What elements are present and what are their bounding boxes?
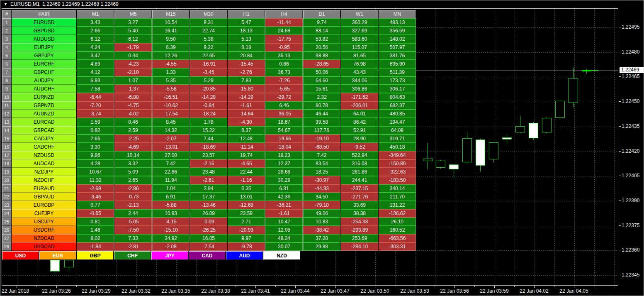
value-cell: 0.81 xyxy=(77,218,114,226)
value-cell: 319.71 xyxy=(379,135,416,143)
value-cell: 281.86 xyxy=(341,168,378,176)
pair-cell[interactable]: EURAUD xyxy=(12,184,76,193)
row-number-cell: 14 xyxy=(2,126,11,135)
table-row: 27NZDCAD8.027.3324.9216.059.9748.2437.28… xyxy=(2,234,416,242)
value-cell: 9.74 xyxy=(303,18,340,27)
currency-button-jpy[interactable]: JPY xyxy=(151,251,188,260)
price-label: 1.22345 xyxy=(622,272,639,277)
price-label: 1.22405 xyxy=(622,173,639,178)
pair-cell[interactable]: AUDNZD xyxy=(12,110,76,118)
time-label: 22 Jan 03:53 xyxy=(400,288,429,294)
row-number-cell: 18 xyxy=(2,159,11,168)
row-number-cell: 9 xyxy=(2,85,11,93)
pair-cell[interactable]: AUDCHF xyxy=(12,85,76,93)
pair-cell[interactable]: GBPNZD xyxy=(12,101,76,110)
gridline-horizontal xyxy=(2,275,618,276)
value-cell: 20.84 xyxy=(228,51,265,60)
pair-cell[interactable]: USDCHF xyxy=(12,226,76,234)
value-cell: -14.29 xyxy=(190,93,227,101)
currency-button-cad[interactable]: CAD xyxy=(189,251,226,260)
pair-cell[interactable]: USDCAD xyxy=(12,242,76,251)
pair-cell[interactable]: EURGBP xyxy=(12,201,76,209)
value-cell: -1.61 xyxy=(228,101,265,110)
pair-cell[interactable]: NZDCAD xyxy=(12,234,76,242)
pair-cell[interactable]: EURJPY xyxy=(12,43,76,51)
currency-button-nzd[interactable]: NZD xyxy=(263,251,300,260)
value-cell: 28.90 xyxy=(341,135,378,143)
value-cell: -2.69 xyxy=(77,184,114,193)
time-tick xyxy=(116,286,117,287)
table-row: 10EURNZD-6.44-6.88-16.51-14.29-14.29-29.… xyxy=(2,93,416,101)
value-cell: 6.31 xyxy=(265,184,303,193)
pair-cell[interactable]: CHFJPY xyxy=(12,209,76,218)
value-cell: 7.44 xyxy=(190,135,227,143)
value-cell: 64.09 xyxy=(379,126,416,135)
pair-cell[interactable]: GBPCAD xyxy=(12,126,76,135)
value-cell: -13.01 xyxy=(152,143,190,151)
value-cell: 38.38 xyxy=(341,209,378,218)
value-cell: 10.67 xyxy=(77,168,114,176)
pair-cell[interactable]: CADCHF xyxy=(12,143,76,151)
pair-cell[interactable]: GBPAUD xyxy=(12,193,76,201)
pair-cell[interactable]: AUDJPY xyxy=(12,76,76,85)
time-tick xyxy=(156,286,156,287)
currency-button-eur[interactable]: EUR xyxy=(39,251,76,260)
value-cell: 29.88 xyxy=(303,242,340,251)
table-row: 25USDJPY0.81-5.05-4.15-0.092.7110.4710.8… xyxy=(2,218,416,226)
time-label: 22 Jan 03:26 xyxy=(42,288,70,294)
gridline-vertical xyxy=(435,9,435,285)
pair-cell[interactable]: NZDUSD xyxy=(12,151,76,159)
value-cell: 9.97 xyxy=(228,234,265,242)
value-cell: 4.28 xyxy=(77,159,114,168)
pair-cell[interactable]: GBPCHF xyxy=(12,68,76,76)
value-cell: 33.69 xyxy=(341,201,378,209)
value-cell: 9.22 xyxy=(190,43,227,51)
value-cell: -5.65 xyxy=(265,85,303,93)
value-cell: -11.44 xyxy=(265,18,303,27)
pair-cell[interactable]: EURCHF xyxy=(12,60,76,68)
currency-button-usd[interactable]: USD xyxy=(2,251,39,260)
currency-button-gbp[interactable]: GBP xyxy=(77,251,114,260)
value-cell: 7.42 xyxy=(303,151,340,159)
pair-cell[interactable]: AUDUSD xyxy=(12,35,76,43)
currency-button-aud[interactable]: AUD xyxy=(226,251,263,260)
header-cell-pair: PAIR xyxy=(12,10,76,18)
value-cell: 24.68 xyxy=(265,27,303,35)
price-label: 1.22465 xyxy=(622,74,639,79)
value-cell: 6.93 xyxy=(77,76,114,85)
value-cell: -0.95 xyxy=(265,43,303,51)
pair-cell[interactable]: EURUSD xyxy=(12,18,76,27)
row-number-cell: 21 xyxy=(2,184,11,193)
value-cell: 8.37 xyxy=(228,126,265,135)
value-cell: -1.37 xyxy=(114,85,152,93)
value-cell: 480.85 xyxy=(379,110,416,118)
value-cell: 23.48 xyxy=(190,168,227,176)
row-number-cell: 24 xyxy=(2,209,11,218)
pair-cell[interactable]: GBPJPY xyxy=(12,51,76,60)
value-cell: 43.43 xyxy=(341,68,378,76)
value-cell: -7.54 xyxy=(190,242,227,251)
pair-cell[interactable]: GBPUSD xyxy=(12,27,76,35)
currency-button-chf[interactable]: CHF xyxy=(114,251,151,260)
value-cell: -293.89 xyxy=(341,226,378,234)
gridline-vertical xyxy=(574,9,575,285)
gridline-vertical xyxy=(554,9,555,285)
value-cell: 5.47 xyxy=(228,18,265,27)
value-cell: -36.05 xyxy=(265,110,303,118)
candle xyxy=(515,126,525,132)
value-cell: -79.10 xyxy=(303,201,340,209)
pair-cell[interactable]: CADJPY xyxy=(12,135,76,143)
row-number-cell: 5 xyxy=(2,51,11,60)
value-cell: 1.59 xyxy=(77,118,114,126)
pair-cell[interactable]: NZDJPY xyxy=(12,168,76,176)
pair-cell[interactable]: AUDCAD xyxy=(12,159,76,168)
pair-cell[interactable]: USDJPY xyxy=(12,218,76,226)
pair-cell[interactable]: EURNZD xyxy=(12,93,76,101)
collapse-indicator-icon[interactable]: ▼ xyxy=(4,0,7,8)
pair-cell[interactable]: EURCAD xyxy=(12,118,76,126)
candle xyxy=(436,161,445,168)
pair-cell[interactable]: NZDCHF xyxy=(12,176,76,184)
table-row: 4EURJPY4.24-1.796.399.228.18-0.9520.5611… xyxy=(2,43,416,51)
value-cell: 7.83 xyxy=(228,76,265,85)
time-tick xyxy=(514,286,515,287)
